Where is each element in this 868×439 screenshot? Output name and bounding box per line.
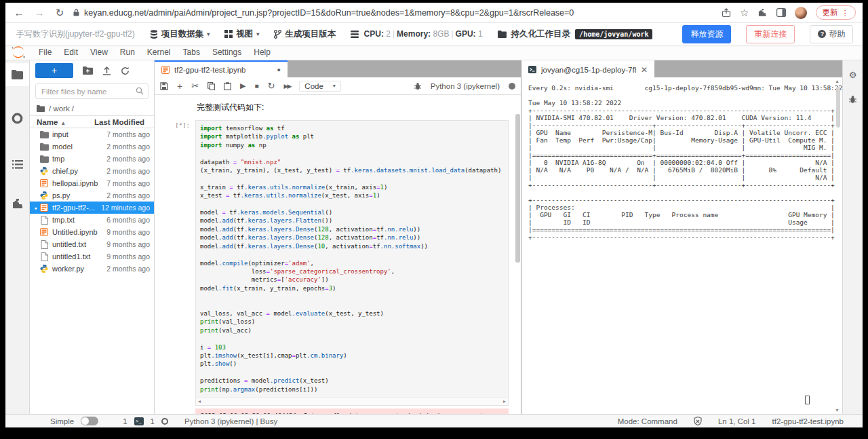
release-resources-button[interactable]: 释放资源 [682, 25, 731, 43]
save-icon[interactable] [160, 82, 168, 90]
terminals-icon[interactable]: >_ [134, 417, 144, 425]
simple-mode-toggle[interactable] [81, 417, 98, 425]
code-cell[interactable]: import tensorflow as tfimport matplotlib… [195, 120, 509, 406]
help-button[interactable]: ?帮助 [810, 25, 853, 43]
browser-toolbar: ← → ↻ keyan.educg.net/admin/paiAdmin/pro… [5, 3, 863, 23]
notebook-icon [39, 179, 50, 187]
kernels-icon[interactable] [161, 418, 168, 425]
trust-shield-icon[interactable] [694, 417, 702, 425]
file-modified: 9 months ago [98, 252, 150, 261]
filter-files-input[interactable] [35, 83, 149, 99]
markdown-cell[interactable]: 完整测试代码如下: [195, 100, 264, 120]
menu-view[interactable]: View [84, 47, 114, 57]
terminal-tab[interactable]: jovyan@cg15-1p-deploy-7f8 ✕ [521, 60, 654, 77]
cell-type-select[interactable]: Code▾ [299, 81, 341, 92]
menu-file[interactable]: File [33, 47, 58, 57]
table-of-contents-tab-icon[interactable] [5, 153, 29, 176]
paste-cells-icon[interactable] [224, 82, 231, 90]
breadcrumb[interactable]: / work / [30, 102, 154, 115]
file-modified: 12 minutes ago [98, 204, 150, 212]
file-row[interactable]: tmp.txt6 months ago [30, 214, 154, 226]
sort-asc-icon: ▲ [60, 120, 66, 126]
notebook-tab[interactable]: tf2-gpu-tf2-test.ipynb ● [155, 60, 288, 77]
file-row[interactable]: untitled.txt9 months ago [30, 238, 154, 250]
file-name: hellopai.ipynb [52, 179, 98, 187]
extension-manager-tab-icon[interactable] [5, 192, 29, 215]
file-row[interactable]: input7 months ago [30, 128, 154, 140]
file-row[interactable]: hellopai.ipynb7 months ago [30, 177, 154, 189]
kernel-status-text[interactable]: Python 3 (ipykernel) | Busy [184, 417, 277, 425]
python-icon [39, 167, 50, 175]
refresh-icon[interactable] [121, 66, 130, 75]
cut-cells-icon[interactable]: ✂ [191, 81, 199, 91]
running-kernels-tab-icon[interactable] [5, 107, 29, 130]
unsaved-dot-icon[interactable]: ● [277, 66, 281, 73]
close-tab-icon[interactable]: ✕ [641, 65, 648, 75]
restart-run-all-icon[interactable]: ▶▶ [284, 83, 291, 90]
chrome-update-button[interactable]: 更新 ⋮ [816, 5, 856, 20]
restart-kernel-icon[interactable]: ↻ [268, 81, 275, 91]
share-icon[interactable] [722, 8, 731, 18]
file-modified: 2 months ago [98, 191, 150, 199]
new-launcher-button[interactable]: + [35, 63, 73, 78]
terminal-output[interactable]: Every 0.2s: nvidia-smi cg15-1p-deploy-7f… [521, 77, 842, 414]
copy-cells-icon[interactable] [208, 82, 215, 90]
notebook-vertical-scrollbar[interactable] [515, 102, 520, 411]
file-browser-toolbar: + [30, 60, 154, 81]
insert-cell-icon[interactable]: + [177, 81, 182, 92]
file-row[interactable]: Untitled.ipynb9 months ago [30, 226, 154, 238]
menu-run[interactable]: Run [114, 47, 141, 57]
code-editor[interactable]: import tensorflow as tfimport matplotlib… [196, 121, 508, 397]
address-bar[interactable]: keyan.educg.net/admin/paiAdmin/project_r… [73, 8, 715, 18]
file-row[interactable]: chief.py2 months ago [30, 165, 154, 177]
file-row[interactable]: tmp2 months ago [30, 153, 154, 165]
view-menu[interactable]: 视图 ▾ [224, 28, 259, 40]
terminal-panel: jovyan@cg15-1p-deploy-7f8 ✕ Every 0.2s: … [521, 60, 842, 414]
bookmark-star-icon[interactable]: ☆ [740, 7, 749, 19]
forward-icon[interactable]: → [33, 7, 46, 18]
file-row[interactable]: ps.py2 months ago [30, 189, 154, 202]
terminal-scrollbar[interactable]: ▲▼ [833, 79, 841, 413]
menu-settings[interactable]: Settings [206, 47, 248, 57]
kernel-name-button[interactable]: Python 3 (ipykernel) [431, 82, 500, 90]
menu-kernel[interactable]: Kernel [141, 47, 177, 57]
url-text: keyan.educg.net/admin/paiAdmin/project_r… [84, 8, 574, 18]
cursor-position[interactable]: Ln 1, Col 1 [718, 417, 756, 425]
debugger-bug-icon[interactable] [414, 82, 422, 90]
debugger-tab-icon[interactable] [848, 95, 857, 104]
extensions-puzzle-icon[interactable] [758, 8, 768, 18]
file-name: untitled.txt [52, 240, 98, 248]
file-row[interactable]: worker.py2 months ago [30, 263, 154, 275]
reconnect-button[interactable]: 重新连接 [746, 25, 795, 43]
create-version-button[interactable]: 生成项目版本 [274, 28, 336, 40]
file-name: model [52, 142, 98, 151]
new-folder-icon[interactable] [83, 66, 93, 75]
folder-icon [39, 131, 50, 138]
database-icon [150, 30, 158, 39]
notebook-scroll-area[interactable]: 完整测试代码如下: [*]: import tensorflow as tfim… [155, 95, 521, 414]
menu-help[interactable]: Help [248, 47, 277, 57]
property-inspector-tab-icon[interactable]: ⚙ [849, 70, 857, 80]
file-row[interactable]: untitled1.txt9 months ago [30, 250, 154, 263]
file-row[interactable]: model2 months ago [30, 140, 154, 153]
file-row[interactable]: ●tf2-gpu-tf2-...12 minutes ago [30, 202, 154, 214]
file-name: chief.py [52, 167, 98, 175]
grid-icon [224, 30, 233, 38]
reload-icon[interactable]: ↻ [53, 7, 66, 19]
jupyterlab-main: + / work / Name▲ Last Modified in [5, 60, 863, 414]
file-browser-tab-icon[interactable] [5, 63, 29, 86]
menu-tabs[interactable]: Tabs [177, 47, 206, 57]
file-modified: 9 months ago [98, 240, 150, 248]
run-cell-icon[interactable]: ▶ [240, 81, 245, 90]
stop-kernel-icon[interactable]: ■ [255, 82, 259, 90]
back-icon[interactable]: ← [12, 7, 26, 18]
file-list-header[interactable]: Name▲ Last Modified [30, 115, 154, 128]
upload-icon[interactable] [102, 66, 111, 75]
cell-horizontal-scrollbar[interactable]: ◂▸ [196, 397, 508, 405]
kebab-menu-icon[interactable]: ⋮ [842, 8, 850, 18]
profile-avatar[interactable] [795, 7, 807, 19]
menu-edit[interactable]: Edit [58, 47, 84, 57]
dataset-menu[interactable]: 项目数据集 ▾ [150, 28, 210, 40]
editor-mode-indicator[interactable]: Mode: Command [618, 417, 677, 425]
side-panel-icon[interactable] [776, 8, 786, 17]
